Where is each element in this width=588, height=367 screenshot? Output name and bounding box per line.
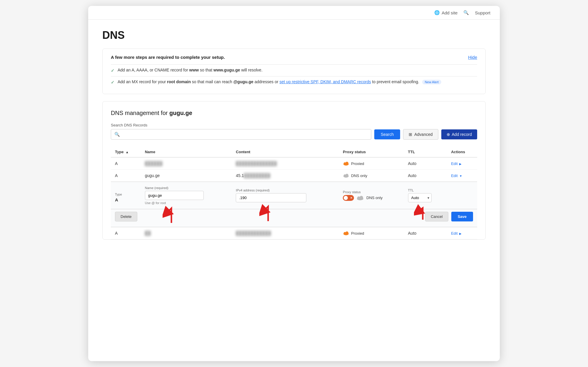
- ttl-select[interactable]: Auto 1 min 5 min: [408, 193, 432, 202]
- chevron-down-icon: ▼: [459, 174, 462, 178]
- cell-type: A: [111, 157, 141, 170]
- cell-proxy: Proxied: [339, 157, 404, 170]
- dns-table: Type ▲ Name Content Proxy status TTL Act…: [111, 147, 477, 239]
- sort-arrow-type: ▲: [126, 150, 129, 154]
- right-buttons: Cancel Save: [425, 212, 473, 221]
- check-icon-1: ✓: [111, 68, 115, 73]
- dns-only-cloud-icon: [356, 196, 364, 200]
- hide-button[interactable]: Hide: [468, 55, 477, 60]
- cloud-proxied-icon: [343, 161, 349, 166]
- search-button[interactable]: 🔍: [463, 10, 469, 15]
- edit-cell-actions: [447, 182, 477, 209]
- search-button[interactable]: Search: [374, 129, 400, 139]
- proxy-status-label: DNS only: [351, 174, 367, 178]
- blurred-name: ██████: [145, 161, 163, 166]
- save-button[interactable]: Save: [451, 212, 473, 221]
- main-window: 🌐 Add site 🔍 Support DNS A few more step…: [88, 6, 500, 361]
- dns-only-label: DNS only: [366, 196, 382, 200]
- search-label: Search DNS Records: [111, 123, 477, 127]
- support-label: Support: [475, 10, 490, 15]
- add-site-label: Add site: [442, 10, 457, 15]
- toggle-wrap: ✕ DNS only: [343, 195, 400, 201]
- cell-proxy: Proxied: [339, 227, 404, 239]
- toggle-x: ✕: [350, 196, 353, 199]
- setup-item-2-text: Add an MX record for your root domain so…: [118, 79, 441, 84]
- proxy-badge-row4: Proxied: [343, 231, 400, 236]
- cell-name: ██: [141, 227, 232, 239]
- plus-icon: ⊕: [447, 132, 450, 137]
- search-icon: 🔍: [463, 10, 469, 15]
- dns-mgmt-card: DNS management for gugu.ge Search DNS Re…: [102, 101, 486, 240]
- edit-button-1[interactable]: Edit ▶: [451, 161, 462, 166]
- svg-point-2: [345, 162, 348, 165]
- dns-domain: gugu.ge: [169, 110, 192, 116]
- type-value: A: [115, 197, 137, 202]
- cell-proxy: DNS only: [339, 170, 404, 182]
- blurred-name: ██: [145, 231, 151, 236]
- cell-type: A: [111, 227, 141, 239]
- setup-card: A few more steps are required to complet…: [102, 49, 486, 94]
- main-content: DNS A few more steps are required to com…: [88, 20, 500, 249]
- search-row: 🔍 Search ⊞ Advanced ⊕ Add record: [111, 129, 477, 140]
- chevron-right-icon: ▶: [459, 162, 462, 166]
- cell-actions: Edit ▶: [447, 157, 477, 170]
- cell-content: ████████████: [232, 227, 339, 239]
- name-field-label: Name (required): [145, 186, 228, 190]
- blurred-content: ██████████████: [236, 161, 277, 166]
- svg-point-5: [345, 174, 348, 177]
- cell-ttl: Auto: [404, 157, 447, 170]
- add-site-button[interactable]: 🌐 Add site: [434, 10, 457, 15]
- cloud-dns-icon: [343, 174, 349, 178]
- search-input-icon: 🔍: [114, 132, 120, 137]
- content-field-label: IPv4 address (required): [236, 188, 335, 192]
- setup-item-1: ✓ Add an A, AAAA, or CNAME record for ww…: [111, 64, 477, 76]
- proxy-toggle[interactable]: ✕: [343, 195, 354, 201]
- topbar: 🌐 Add site 🔍 Support: [88, 6, 500, 20]
- proxy-status-label: Proxied: [351, 161, 364, 166]
- support-link[interactable]: Support: [475, 10, 490, 15]
- arrow-save: [414, 203, 432, 222]
- search-input-wrap: 🔍: [111, 129, 371, 140]
- col-proxy-status: Proxy status: [339, 147, 404, 157]
- cell-type: A: [111, 170, 141, 182]
- col-content: Content: [232, 147, 339, 157]
- table-row: A ██ ████████████ Proxied: [111, 227, 477, 239]
- page-title: DNS: [102, 29, 486, 41]
- toggle-knob: [344, 196, 348, 200]
- setup-item-2: ✓ Add an MX record for your root domain …: [111, 76, 477, 88]
- edit-button-4[interactable]: Edit ▶: [451, 231, 462, 236]
- cell-ttl: Auto: [404, 227, 447, 239]
- advanced-label: Advanced: [414, 132, 432, 137]
- col-name: Name: [141, 147, 232, 157]
- col-type[interactable]: Type ▲: [111, 147, 141, 157]
- name-hint: Use @ for root: [145, 201, 228, 205]
- content-value: 45.1█████████: [236, 173, 270, 178]
- setup-header-text: A few more steps are required to complet…: [111, 55, 225, 60]
- proxy-status-label-row4: Proxied: [351, 231, 364, 236]
- dns-mgmt-title: DNS management for gugu.ge: [111, 110, 477, 116]
- proxy-badge-dns: DNS only: [343, 174, 400, 178]
- proxy-badge: Proxied: [343, 161, 400, 166]
- spf-link[interactable]: set up restrictive SPF, DKIM, and DMARC …: [280, 79, 371, 84]
- plus-icon: 🌐: [434, 10, 440, 15]
- add-record-label: Add record: [452, 132, 472, 137]
- add-record-button[interactable]: ⊕ Add record: [441, 129, 477, 139]
- cell-content: ██████████████: [232, 157, 339, 170]
- edit-cell-proxy: Proxy status ✕: [339, 182, 404, 209]
- edit-cell-ttl: TTL Auto 1 min 5 min: [404, 182, 447, 209]
- name-input[interactable]: [145, 191, 204, 200]
- cell-name: ██████: [141, 157, 232, 170]
- search-input[interactable]: [111, 129, 371, 140]
- setup-header: A few more steps are required to complet…: [111, 55, 477, 60]
- proxy-field-label: Proxy status: [343, 190, 400, 194]
- grid-icon: ⊞: [409, 132, 412, 137]
- table-row: A gugu.ge 45.1█████████ DNS only: [111, 170, 477, 182]
- edit-cell-name: Name (required) Use @ for root: [141, 182, 232, 209]
- delete-button[interactable]: Delete: [115, 212, 137, 221]
- ttl-select-wrap: Auto 1 min 5 min: [408, 193, 432, 202]
- advanced-button[interactable]: ⊞ Advanced: [403, 129, 438, 140]
- type-label: Type: [115, 193, 137, 196]
- ipv4-input[interactable]: [236, 193, 306, 202]
- edit-button-2[interactable]: Edit ▼: [451, 174, 462, 178]
- table-row: A ██████ ██████████████ Proxied: [111, 157, 477, 170]
